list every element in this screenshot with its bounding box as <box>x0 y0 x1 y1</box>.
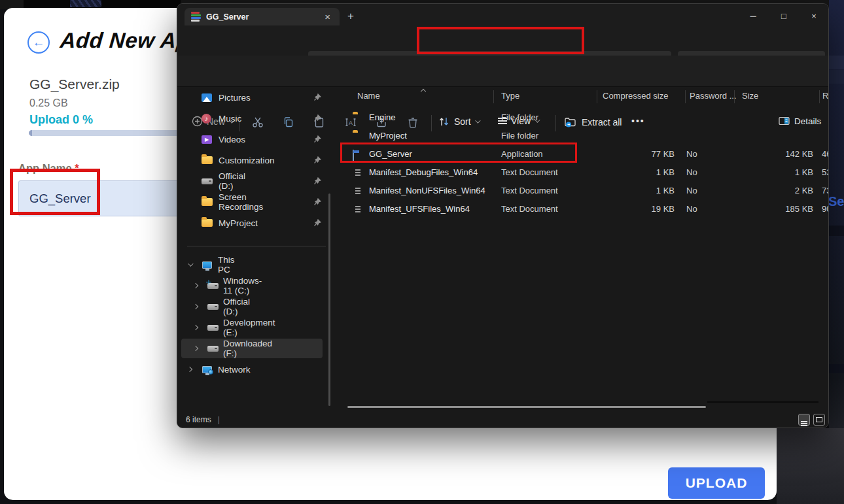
upload-file-name: GG_Server.zip <box>29 76 120 92</box>
copy-button[interactable] <box>282 116 295 129</box>
background-diagonal-pattern <box>70 0 101 7</box>
status-divider: | <box>218 415 220 424</box>
upload-button[interactable]: UPLOAD <box>668 467 765 499</box>
pin-icon <box>313 198 321 206</box>
tab-title: GG_Server <box>206 12 322 22</box>
this-pc-icon <box>202 261 212 269</box>
column-divider[interactable] <box>685 90 686 103</box>
column-divider[interactable] <box>597 90 597 103</box>
file-row-manifest-debugfiles[interactable]: Manifest_DebugFiles_Win64 Text Document … <box>341 163 829 182</box>
chevron-down-icon[interactable] <box>188 261 193 266</box>
sidebar-item-network[interactable]: Network <box>177 360 187 378</box>
explorer-tab[interactable]: GG_Server × <box>185 8 340 25</box>
pin-icon <box>313 177 321 185</box>
drive-icon <box>207 304 219 310</box>
thumbnail-view-icon <box>816 417 822 422</box>
toolbar: New <box>177 56 828 87</box>
sidebar-item-downloaded-f-drive[interactable]: Downloaded (F:) <box>177 339 188 358</box>
sidebar-item-official-drive[interactable]: Official (D:) <box>177 172 188 190</box>
pin-icon <box>313 219 321 227</box>
pictures-icon <box>202 93 212 102</box>
status-bar: 6 items | <box>177 411 828 428</box>
sidebar-item-windows-c-drive[interactable]: Windows-11 (C:) <box>177 277 188 295</box>
separator-line <box>707 401 818 403</box>
sidebar-item-development-e-drive[interactable]: Development (E:) <box>177 318 188 337</box>
column-header-compressed-size[interactable]: Compressed size <box>603 91 668 101</box>
file-explorer-window: GG_Server × + ─ □ × ← → ↑ ↻ › ··· pack ›… <box>177 3 829 428</box>
drive-icon <box>207 325 219 331</box>
background-band <box>829 364 844 373</box>
windows-drive-icon <box>207 283 219 289</box>
drive-icon <box>202 178 213 184</box>
tab-bar: GG_Server × + ─ □ × <box>177 4 828 25</box>
tab-close-icon[interactable]: × <box>322 11 333 22</box>
chevron-right-icon[interactable] <box>193 283 198 288</box>
pin-icon <box>313 93 321 101</box>
list-view-toggle[interactable] <box>798 414 810 426</box>
copy-icon <box>282 116 295 129</box>
background-bottom-right <box>777 428 844 504</box>
windows-logo-icon <box>206 280 211 285</box>
file-row-manifest-ufsfiles[interactable]: Manifest_UFSFiles_Win64 Text Document 19… <box>341 200 829 218</box>
list-view-icon <box>801 421 807 422</box>
pin-icon <box>313 114 321 122</box>
scissors-icon <box>251 116 264 129</box>
back-button[interactable]: ← <box>27 31 50 54</box>
folder-icon <box>202 198 213 206</box>
sidebar-item-official-d-drive[interactable]: Official (D:) <box>177 297 188 316</box>
pin-icon <box>313 135 321 143</box>
horizontal-scrollbar[interactable] <box>347 406 706 408</box>
maximize-button[interactable]: □ <box>773 8 795 24</box>
highlight-box-breadcrumb <box>417 27 584 54</box>
column-divider[interactable] <box>819 90 820 103</box>
chevron-right-icon[interactable] <box>187 367 192 372</box>
background-band <box>829 56 844 69</box>
file-list: Name Type Compressed size Password ... S… <box>341 88 829 406</box>
folder-icon <box>202 219 213 227</box>
sidebar-item-pictures[interactable]: Pictures <box>177 88 188 107</box>
pin-icon <box>313 156 321 164</box>
highlight-box-gg-server-row <box>340 143 577 163</box>
thumbnail-view-toggle[interactable] <box>813 414 825 426</box>
drive-icon <box>207 346 219 352</box>
cut-button[interactable] <box>251 116 264 129</box>
column-divider[interactable] <box>734 90 735 103</box>
column-header-size[interactable]: Size <box>742 91 758 101</box>
sidebar-divider <box>187 246 326 246</box>
sidebar-item-myproject[interactable]: MyProject <box>177 214 188 232</box>
network-icon <box>202 366 212 373</box>
column-divider[interactable] <box>493 90 494 103</box>
minimize-button[interactable]: ─ <box>742 8 764 24</box>
column-header-type[interactable]: Type <box>501 91 519 101</box>
sidebar-item-customization[interactable]: Customization <box>177 151 188 169</box>
file-row-engine[interactable]: Engine File folder <box>341 109 829 127</box>
folder-icon <box>202 156 213 164</box>
items-count: 6 items <box>186 415 211 424</box>
chevron-right-icon[interactable] <box>193 325 198 330</box>
background-band <box>829 70 844 84</box>
file-row-manifest-nonufsfiles[interactable]: Manifest_NonUFSFiles_Win64 Text Document… <box>341 182 829 200</box>
sidebar-scrollbar[interactable] <box>328 193 330 406</box>
upload-status-text: Upload 0 % <box>29 113 93 127</box>
music-icon: ♪ <box>202 114 211 124</box>
screen: Se ← Add New App GG_Server.zip 0.25 GB U… <box>0 0 844 504</box>
sidebar-item-screen-recordings[interactable]: Screen Recordings <box>177 193 188 211</box>
globe-icon <box>208 369 213 375</box>
close-button[interactable]: × <box>803 8 825 24</box>
upload-progress-fill <box>29 130 32 136</box>
back-arrow-icon: ← <box>33 35 45 50</box>
background-top-dark <box>24 0 181 8</box>
sort-ascending-icon <box>421 89 426 94</box>
background-band <box>829 226 844 236</box>
upload-file-size: 0.25 GB <box>29 97 68 109</box>
videos-icon: ▶ <box>202 135 212 144</box>
column-header-ratio[interactable]: Ra <box>822 91 829 101</box>
background-text-fragment: Se <box>828 194 844 209</box>
new-tab-button[interactable]: + <box>347 10 354 23</box>
column-header-name[interactable]: Name <box>357 91 380 101</box>
column-header-password[interactable]: Password ... <box>690 91 737 101</box>
sidebar-item-this-pc[interactable]: This PC <box>177 256 187 274</box>
highlight-box-app-name <box>10 169 100 215</box>
archive-icon <box>191 12 201 22</box>
chevron-right-icon[interactable] <box>193 304 198 309</box>
